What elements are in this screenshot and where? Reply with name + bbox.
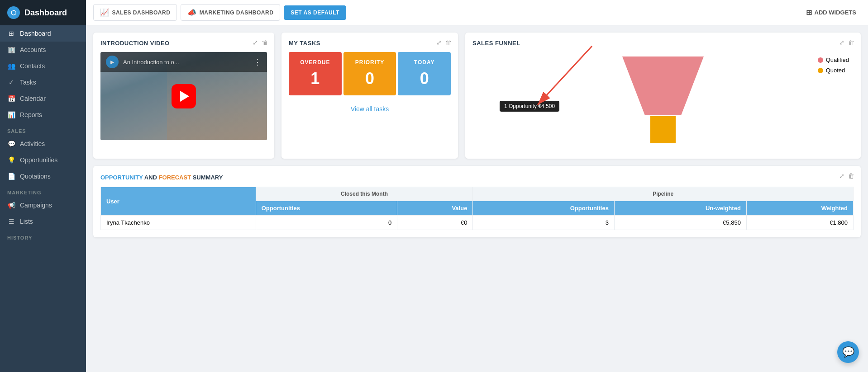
- sidebar-item-dashboard[interactable]: ⊞ Dashboard: [0, 25, 86, 42]
- table-row: Iryna Tkachenko 0 €0 3 €5,850 €1,800: [101, 216, 854, 230]
- overdue-count: 1: [292, 69, 338, 88]
- opportunities-icon: 💡: [7, 156, 15, 164]
- row-opp-closed: 0: [256, 216, 397, 230]
- row-opp-pipeline: 3: [473, 216, 614, 230]
- opp-title-forecast: FORECAST: [159, 174, 191, 181]
- sales-chart-icon: 📈: [100, 8, 110, 17]
- today-count: 0: [401, 69, 447, 88]
- today-label: TODAY: [401, 59, 447, 66]
- expand-opp-icon[interactable]: ⤢: [839, 172, 844, 179]
- sidebar-item-label-quotations: Quotations: [20, 173, 51, 180]
- delete-funnel-icon[interactable]: 🗑: [848, 39, 854, 46]
- sidebar-item-contacts[interactable]: 👥 Contacts: [0, 58, 86, 74]
- delete-video-icon[interactable]: 🗑: [262, 39, 268, 46]
- sales-dashboard-label: SALES DASHBOARD: [112, 9, 171, 16]
- delete-opp-icon[interactable]: 🗑: [848, 172, 854, 179]
- sales-dashboard-tab[interactable]: 📈 SALES DASHBOARD: [93, 4, 177, 21]
- expand-funnel-icon[interactable]: ⤢: [839, 39, 844, 46]
- topbar: 📈 SALES DASHBOARD 📣 MARKETING DASHBOARD …: [86, 0, 868, 25]
- sidebar-item-label-campaigns: Campaigns: [20, 202, 52, 209]
- intro-video-card: INTRODUCTION VIDEO ⤢ 🗑 ▶ An Introduction…: [93, 33, 274, 159]
- sidebar-item-opportunities[interactable]: 💡 Opportunities: [0, 152, 86, 168]
- view-all-tasks-link[interactable]: View all tasks: [289, 102, 451, 116]
- opp-closed-col: Opportunities: [256, 201, 397, 216]
- opp-title-summary: SUMMARY: [191, 174, 223, 181]
- svg-rect-3: [650, 116, 676, 143]
- video-thumbnail[interactable]: ▶ An Introduction to o... ⋮: [100, 52, 267, 140]
- sidebar-item-lists[interactable]: ☰ Lists: [0, 213, 86, 230]
- marketing-section-label: MARKETING: [0, 184, 86, 197]
- legend-qualified: Qualified: [818, 57, 849, 63]
- quoted-label: Quoted: [826, 67, 845, 74]
- priority-count: 0: [347, 69, 393, 88]
- campaigns-icon: 📢: [7, 202, 15, 209]
- sidebar-item-label-lists: Lists: [20, 218, 33, 225]
- logo-icon: ⬡: [7, 6, 20, 19]
- row-user: Iryna Tkachenko: [101, 216, 256, 230]
- expand-icon[interactable]: ⤢: [253, 39, 258, 46]
- main-area: 📈 SALES DASHBOARD 📣 MARKETING DASHBOARD …: [86, 0, 868, 372]
- sidebar-item-calendar[interactable]: 📅 Calendar: [0, 90, 86, 107]
- calendar-icon: 📅: [7, 95, 15, 102]
- sidebar-item-reports[interactable]: 📊 Reports: [0, 107, 86, 123]
- sidebar-item-activities[interactable]: 💬 Activities: [0, 136, 86, 152]
- funnel-svg: [618, 52, 708, 147]
- accounts-icon: 🏢: [7, 46, 15, 53]
- sidebar-item-campaigns[interactable]: 📢 Campaigns: [0, 197, 86, 213]
- delete-tasks-icon[interactable]: 🗑: [445, 39, 452, 46]
- overdue-label: OVERDUE: [292, 59, 338, 66]
- content-area: INTRODUCTION VIDEO ⤢ 🗑 ▶ An Introduction…: [86, 25, 868, 372]
- history-section-label: HISTORY: [0, 230, 86, 242]
- sidebar-logo: ⬡ Dashboard: [0, 0, 86, 25]
- sidebar-item-accounts[interactable]: 🏢 Accounts: [0, 42, 86, 58]
- add-widgets-button[interactable]: ⊞ ADD WIDGETS: [801, 5, 861, 19]
- priority-label: PRIORITY: [347, 59, 393, 66]
- funnel-tooltip: 1 Opportunity €4,500: [500, 101, 559, 112]
- opp-summary-title-row: OPPORTUNITY AND FORECAST SUMMARY: [100, 173, 854, 181]
- funnel-container: 1 Opportunity €4,500 Qualified Quoted: [472, 52, 854, 151]
- priority-task-box[interactable]: PRIORITY 0: [343, 52, 396, 95]
- sidebar-item-label-activities: Activities: [20, 140, 45, 147]
- tasks-card-actions: ⤢ 🗑: [436, 39, 452, 46]
- opp-title-and: AND: [143, 174, 159, 181]
- marketing-dashboard-tab[interactable]: 📣 MARKETING DASHBOARD: [181, 4, 280, 21]
- quotations-icon: 📄: [7, 173, 15, 180]
- today-task-box[interactable]: TODAY 0: [398, 52, 451, 95]
- dashboard-icon: ⊞: [7, 30, 15, 37]
- marketing-dashboard-label: MARKETING DASHBOARD: [200, 9, 274, 16]
- activities-icon: 💬: [7, 140, 15, 147]
- tasks-grid: OVERDUE 1 PRIORITY 0 TODAY 0: [289, 52, 451, 95]
- sidebar-item-tasks[interactable]: ✓ Tasks: [0, 74, 86, 90]
- lists-icon: ☰: [7, 218, 15, 225]
- quoted-dot: [818, 68, 823, 73]
- svg-marker-2: [622, 57, 704, 115]
- sidebar: ⬡ Dashboard ⊞ Dashboard 🏢 Accounts 👥 Con…: [0, 0, 86, 372]
- weighted-col: Weighted: [746, 201, 853, 216]
- sidebar-item-label-opportunities: Opportunities: [20, 156, 57, 164]
- closed-month-header: Closed this Month: [256, 187, 473, 201]
- video-play-overlay[interactable]: [100, 52, 267, 140]
- qualified-label: Qualified: [826, 57, 849, 63]
- chat-bubble-button[interactable]: 💬: [837, 341, 859, 363]
- sales-funnel-title: SALES FUNNEL: [472, 40, 854, 47]
- opportunity-table: User Closed this Month Pipeline Opportun…: [100, 187, 854, 230]
- grid-icon: ⊞: [806, 8, 812, 17]
- sidebar-item-quotations[interactable]: 📄 Quotations: [0, 168, 86, 184]
- funnel-card-actions: ⤢ 🗑: [839, 39, 854, 46]
- row-weighted: €1,800: [746, 216, 853, 230]
- sidebar-item-label-reports: Reports: [20, 111, 42, 118]
- tasks-icon: ✓: [7, 79, 15, 86]
- set-default-tab[interactable]: SET AS DEFAULT: [284, 5, 346, 20]
- user-col-header: User: [101, 187, 256, 216]
- opportunity-summary-card: ⤢ 🗑 OPPORTUNITY AND FORECAST SUMMARY Use…: [93, 166, 861, 237]
- expand-tasks-icon[interactable]: ⤢: [436, 39, 442, 46]
- play-button[interactable]: [172, 84, 196, 108]
- sales-section-label: SALES: [0, 123, 86, 136]
- chat-bubble-icon: 💬: [842, 346, 854, 358]
- set-default-label: SET AS DEFAULT: [291, 9, 339, 16]
- funnel-legend: Qualified Quoted: [818, 57, 849, 74]
- row-val-closed: €0: [397, 216, 473, 230]
- overdue-task-box[interactable]: OVERDUE 1: [289, 52, 342, 95]
- qualified-dot: [818, 57, 823, 63]
- sidebar-item-label-tasks: Tasks: [20, 79, 36, 86]
